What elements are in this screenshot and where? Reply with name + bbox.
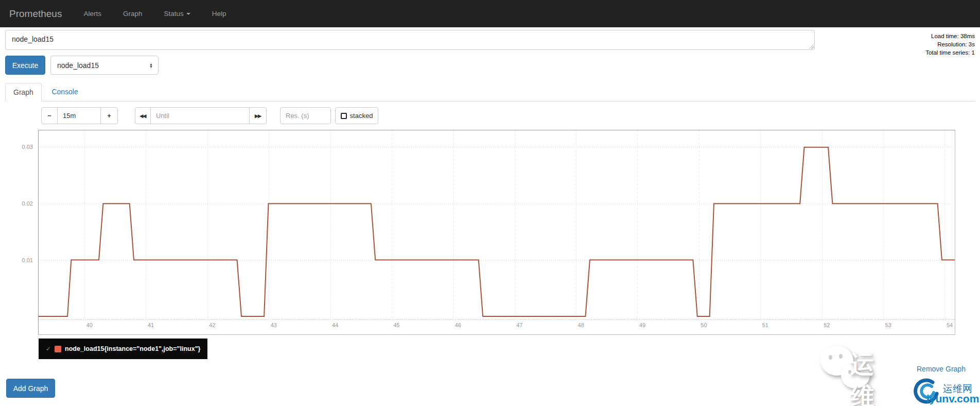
query-stats: Load time: 38ms Resolution: 3s Total tim…: [862, 32, 975, 57]
time-control-group: ◀◀ ▶▶: [135, 107, 267, 124]
until-input[interactable]: [150, 107, 250, 124]
nav-item-status[interactable]: Status: [164, 10, 190, 18]
y-axis-labels: 0.010.020.03: [13, 130, 36, 335]
range-shrink-button[interactable]: −: [41, 107, 58, 124]
resize-grip-icon[interactable]: [808, 43, 814, 49]
x-tick-label: 45: [393, 322, 399, 328]
remove-graph-link[interactable]: Remove Graph: [917, 365, 966, 373]
legend-item[interactable]: ✓ node_load15{instance="node1",job="linu…: [39, 339, 207, 359]
query-expression-input[interactable]: node_load15: [5, 30, 815, 50]
iyunv-site-url: iyunv.com: [926, 393, 979, 405]
select-stepper-icon: ▲▼: [149, 63, 153, 68]
y-tick-label: 0.01: [22, 257, 33, 263]
add-graph-button[interactable]: Add Graph: [6, 379, 55, 398]
metric-select[interactable]: node_load15 ▲▼: [50, 56, 159, 75]
x-tick-label: 43: [271, 322, 277, 328]
x-tick-label: 42: [209, 322, 215, 328]
execute-button[interactable]: Execute: [5, 56, 45, 75]
nav-item-graph[interactable]: Graph: [123, 10, 143, 18]
iyunv-site-name: 运维网: [943, 382, 972, 396]
resolution-input[interactable]: [280, 107, 331, 124]
stacked-toggle[interactable]: stacked: [335, 107, 378, 124]
x-tick-label: 52: [824, 322, 830, 328]
forward-button[interactable]: ▶▶: [249, 107, 267, 124]
watermark-brand-text: 运维之美: [850, 348, 878, 406]
tab-graph[interactable]: Graph: [5, 83, 42, 102]
caret-down-icon: [186, 13, 190, 15]
checkbox-icon: [341, 113, 347, 119]
forward-icon: ▶▶: [255, 113, 261, 119]
iyunv-logo: 运维网 iyunv.com: [910, 376, 980, 406]
tab-bar: Graph Console: [5, 82, 975, 102]
plot-area[interactable]: 404142434445464748495051525354: [38, 130, 955, 335]
x-tick-label: 47: [516, 322, 522, 328]
check-icon: ✓: [46, 345, 51, 352]
x-tick-label: 44: [332, 322, 338, 328]
range-control-group: − +: [41, 107, 118, 124]
series-label: node_load15{instance="node1",job="linux"…: [65, 345, 200, 352]
load-time: Load time: 38ms: [862, 32, 975, 40]
rewind-button[interactable]: ◀◀: [135, 107, 151, 124]
query-expression-wrap: node_load15: [5, 30, 815, 50]
brand-prometheus[interactable]: Prometheus: [9, 8, 62, 20]
x-tick-label: 53: [885, 322, 891, 328]
x-tick-label: 41: [148, 322, 154, 328]
resolution: Resolution: 3s: [862, 40, 975, 48]
range-input[interactable]: [57, 107, 101, 124]
series-swatch: [55, 346, 61, 352]
navbar: Prometheus Alerts Graph Status Help: [0, 0, 980, 27]
x-tick-label: 40: [86, 322, 93, 328]
total-time-series: Total time series: 1: [862, 48, 975, 57]
range-grow-button[interactable]: +: [100, 107, 118, 124]
x-tick-label: 51: [762, 322, 768, 328]
rewind-icon: ◀◀: [140, 113, 146, 119]
wechat-icon-small: [841, 362, 870, 388]
x-tick-label: 54: [947, 322, 953, 328]
y-tick-label: 0.03: [22, 144, 33, 150]
iyunv-swirl-icon: [910, 376, 941, 406]
y-tick-label: 0.02: [22, 200, 33, 207]
x-tick-label: 50: [701, 322, 707, 328]
nav-item-alerts[interactable]: Alerts: [83, 10, 101, 18]
x-tick-label: 46: [455, 322, 461, 328]
tab-console[interactable]: Console: [44, 83, 85, 100]
wechat-icon: [820, 346, 853, 376]
x-tick-label: 49: [639, 322, 645, 328]
x-tick-label: 48: [578, 322, 584, 328]
nav-item-help[interactable]: Help: [212, 10, 226, 18]
